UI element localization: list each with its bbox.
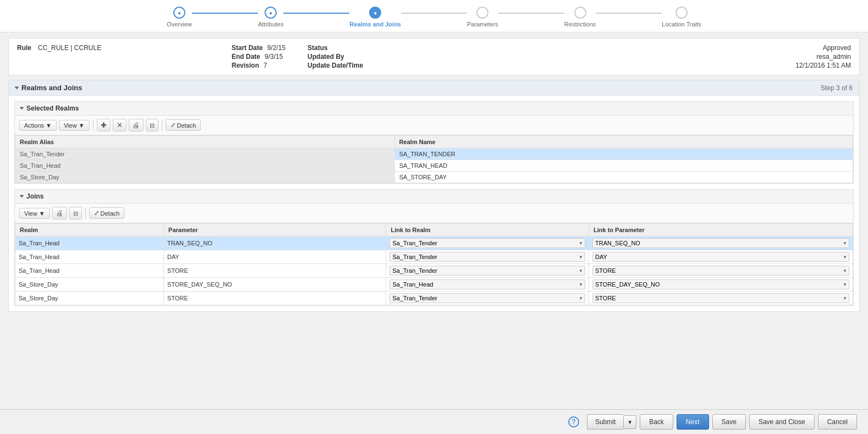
col-link-to-parameter: Link to Parameter (589, 224, 853, 237)
view-button[interactable]: View ▼ (59, 120, 90, 131)
detach-label: Detach (177, 122, 196, 129)
join-link-realm-cell[interactable]: Sa_Tran_TenderSa_Tran_HeadSa_Store_Day (386, 264, 589, 278)
wizard-step-overview[interactable]: ● Overview (167, 7, 192, 28)
view-label: View (64, 122, 77, 129)
freeze-icon: ⊟ (150, 122, 155, 129)
rule-header: Rule CC_RULE | CCRULE Start Date 9/2/15 … (8, 38, 860, 75)
connector-4 (498, 13, 564, 14)
link-parameter-select[interactable]: STORE_DAY_SEQ_NO (592, 279, 849, 289)
freeze-button[interactable]: ⊟ (146, 119, 158, 131)
join-parameter-cell: STORE (164, 292, 386, 305)
realm-name-cell: SA_TRAN_TENDER (394, 149, 853, 160)
realm-alias-cell: Sa_Tran_Tender (15, 149, 395, 160)
end-date-value: 9/3/15 (265, 53, 283, 61)
join-link-parameter-cell[interactable]: STORE (589, 292, 853, 305)
join-realm-cell: Sa_Store_Day (15, 292, 164, 305)
add-row-button[interactable]: ✚ (97, 119, 111, 131)
realm-table-row[interactable]: Sa_Tran_Head SA_TRAN_HEAD (15, 160, 853, 172)
join-link-realm-cell[interactable]: Sa_Tran_TenderSa_Tran_HeadSa_Store_Day (386, 237, 589, 250)
rule-status-values: Approved resa_admin 12/1/2016 1:51 AM (795, 44, 851, 69)
realm-table-row[interactable]: Sa_Store_Day SA_STORE_DAY (15, 172, 853, 183)
step-circle-attributes: ● (265, 7, 277, 19)
col-link-to-realm: Link to Realm (386, 224, 589, 237)
wizard-bar: ● Overview ● Attributes ● Realms and Joi… (0, 0, 868, 32)
rule-dates: Start Date 9/2/15 End Date 9/3/15 Revisi… (232, 44, 285, 69)
actions-button[interactable]: Actions ▼ (19, 120, 57, 131)
join-table-row[interactable]: Sa_Tran_Head DAY Sa_Tran_TenderSa_Tran_H… (15, 250, 853, 264)
realm-name-cell: SA_STORE_DAY (394, 172, 853, 183)
joins-view-button[interactable]: View ▼ (19, 208, 50, 219)
rule-label: Rule (17, 44, 31, 52)
join-link-realm-cell[interactable]: Sa_Tran_TenderSa_Tran_HeadSa_Store_Day (386, 278, 589, 292)
link-realm-select[interactable]: Sa_Tran_TenderSa_Tran_HeadSa_Store_Day (389, 252, 585, 262)
selected-realms-table-container: Realm Alias Realm Name Sa_Tran_Tender SA… (15, 135, 853, 183)
print-button[interactable]: 🖨 (129, 119, 144, 131)
rule-value: CC_RULE | CCRULE (38, 44, 101, 52)
join-table-row[interactable]: Sa_Tran_Head STORE Sa_Tran_TenderSa_Tran… (15, 264, 853, 278)
selected-realms-collapse-icon[interactable] (20, 107, 24, 110)
join-realm-cell: Sa_Tran_Head (15, 264, 164, 278)
start-date-label: Start Date (232, 44, 263, 52)
link-parameter-select[interactable]: STORE (592, 293, 849, 303)
view-dropdown-icon: ▼ (79, 122, 85, 129)
join-link-parameter-cell[interactable]: DAY (589, 250, 853, 264)
delete-icon: ✕ (117, 121, 123, 129)
join-realm-cell: Sa_Tran_Head (15, 250, 164, 264)
end-date-label: End Date (232, 53, 260, 61)
wizard-step-location-traits[interactable]: Location Traits (662, 7, 701, 28)
join-link-realm-cell[interactable]: Sa_Tran_TenderSa_Tran_HeadSa_Store_Day (386, 250, 589, 264)
join-link-parameter-cell[interactable]: TRAN_SEQ_NO (589, 237, 853, 250)
join-table-row[interactable]: Sa_Store_Day STORE Sa_Tran_TenderSa_Tran… (15, 292, 853, 305)
wizard-step-attributes[interactable]: ● Attributes (258, 7, 283, 28)
join-table-row[interactable]: Sa_Store_Day STORE_DAY_SEQ_NO Sa_Tran_Te… (15, 278, 853, 292)
link-realm-select[interactable]: Sa_Tran_TenderSa_Tran_HeadSa_Store_Day (389, 293, 585, 303)
view-group: View ▼ (59, 120, 90, 131)
start-date-value: 9/2/15 (267, 44, 285, 52)
wizard-step-realms-and-joins[interactable]: ● Realms and Joins (349, 7, 401, 28)
connector-3 (401, 13, 467, 14)
connector-5 (596, 13, 662, 14)
joins-freeze-button[interactable]: ⊟ (69, 207, 82, 219)
update-datetime-label: Update Date/Time (307, 62, 363, 69)
link-parameter-select[interactable]: TRAN_SEQ_NO (592, 238, 849, 248)
link-realm-select[interactable]: Sa_Tran_TenderSa_Tran_HeadSa_Store_Day (389, 266, 585, 276)
updated-by-label: Updated By (307, 53, 344, 61)
col-realm: Realm (15, 224, 164, 237)
print-icon: 🖨 (133, 121, 140, 129)
realm-table-row[interactable]: Sa_Tran_Tender SA_TRAN_TENDER (15, 149, 853, 160)
joins-collapse-icon[interactable] (20, 195, 24, 198)
joins-detach-button[interactable]: ⤢ Detach (89, 207, 125, 219)
revision-label: Revision (232, 62, 259, 69)
status-label: Status (307, 44, 328, 52)
link-parameter-select[interactable]: DAY (592, 252, 849, 262)
actions-dropdown-icon: ▼ (46, 122, 52, 129)
wizard-step-restrictions[interactable]: Restrictions (564, 7, 596, 28)
realm-alias-cell: Sa_Store_Day (15, 172, 395, 183)
detach-icon: ⤢ (171, 122, 175, 129)
link-realm-select[interactable]: Sa_Tran_TenderSa_Tran_HeadSa_Store_Day (389, 279, 585, 289)
detach-button[interactable]: ⤢ Detach (166, 119, 201, 131)
delete-row-button[interactable]: ✕ (113, 119, 127, 131)
step-circle-overview: ● (173, 7, 185, 19)
wizard-step-parameters[interactable]: Parameters (467, 7, 498, 28)
link-parameter-select[interactable]: STORE (592, 266, 849, 276)
joins-detach-icon: ⤢ (94, 210, 99, 217)
col-realm-name: Realm Name (394, 136, 853, 149)
join-link-realm-cell[interactable]: Sa_Tran_TenderSa_Tran_HeadSa_Store_Day (386, 292, 589, 305)
join-parameter-cell: STORE_DAY_SEQ_NO (164, 278, 386, 292)
join-link-parameter-cell[interactable]: STORE_DAY_SEQ_NO (589, 278, 853, 292)
join-link-parameter-cell[interactable]: STORE (589, 264, 853, 278)
link-realm-select[interactable]: Sa_Tran_TenderSa_Tran_HeadSa_Store_Day (389, 238, 585, 248)
revision-value: 7 (263, 62, 267, 69)
join-table-row[interactable]: Sa_Tran_Head TRAN_SEQ_NO Sa_Tran_TenderS… (15, 237, 853, 250)
toolbar-separator-2 (162, 120, 162, 131)
joins-print-button[interactable]: 🖨 (52, 207, 67, 219)
connector-1 (192, 13, 258, 14)
step-circle-parameters (476, 7, 488, 19)
status-value: Approved (795, 44, 851, 52)
step-label-location-traits: Location Traits (662, 21, 701, 28)
main-content: Rule CC_RULE | CCRULE Start Date 9/2/15 … (0, 32, 868, 322)
wizard-steps: ● Overview ● Attributes ● Realms and Joi… (167, 7, 701, 28)
joins-header: Joins (15, 190, 853, 204)
section-collapse-icon[interactable] (15, 86, 19, 89)
